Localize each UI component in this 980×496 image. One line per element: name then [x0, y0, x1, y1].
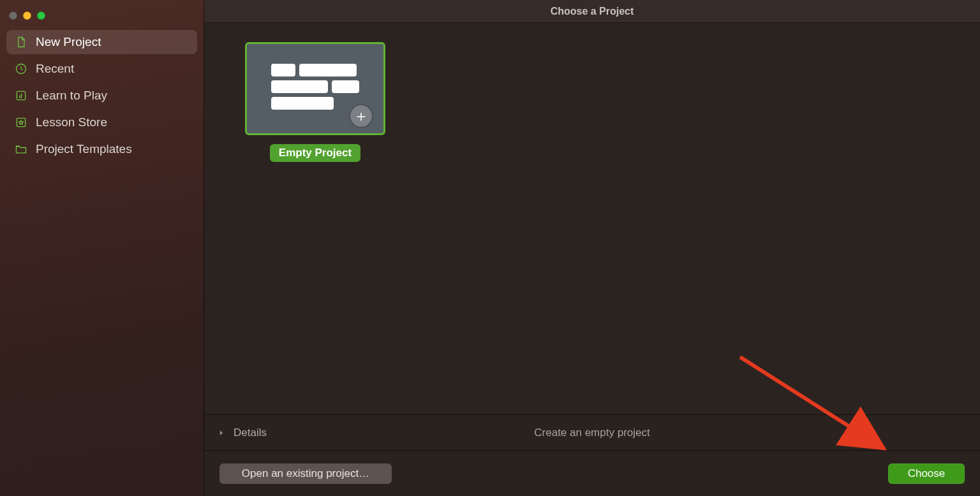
template-thumbnail: ＋ [245, 42, 385, 135]
sidebar-item-project-templates[interactable]: Project Templates [6, 137, 197, 161]
chevron-right-icon [217, 428, 226, 437]
details-strip: Details Create an empty project [204, 414, 980, 450]
plus-icon: ＋ [350, 105, 372, 127]
sidebar-item-new-project[interactable]: New Project [6, 30, 197, 54]
svg-rect-1 [17, 91, 25, 99]
minimize-window-button[interactable] [23, 11, 31, 20]
footer: Open an existing project… Choose [204, 450, 980, 496]
window-title: Choose a Project [551, 6, 634, 17]
sidebar-item-label: Project Templates [36, 142, 132, 156]
sidebar-item-label: Learn to Play [36, 89, 107, 103]
details-header: Details [234, 427, 267, 439]
folder-icon [14, 142, 28, 156]
details-toggle[interactable]: Details [217, 427, 267, 439]
maximize-window-button[interactable] [37, 11, 45, 20]
sidebar-item-lesson-store[interactable]: Lesson Store [6, 110, 197, 135]
main-panel: Choose a Project ＋ Empty Project Details… [204, 0, 980, 496]
template-label: Empty Project [270, 144, 360, 162]
sidebar-item-label: Recent [36, 62, 74, 76]
clock-icon [14, 62, 28, 76]
window-title-bar: Choose a Project [204, 0, 980, 23]
template-card-empty-project[interactable]: ＋ Empty Project [245, 42, 385, 162]
sidebar-item-label: New Project [36, 35, 101, 49]
star-box-icon [14, 115, 28, 129]
choose-button[interactable]: Choose [888, 463, 965, 484]
details-description: Create an empty project [534, 427, 650, 439]
music-note-icon [14, 89, 28, 103]
sidebar-item-recent[interactable]: Recent [6, 57, 197, 81]
sidebar-item-label: Lesson Store [36, 115, 107, 129]
document-icon [14, 35, 28, 49]
open-existing-project-button[interactable]: Open an existing project… [219, 463, 392, 484]
template-thumbnail-art [271, 64, 359, 113]
sidebar-list: New Project Recent Learn to Play [0, 30, 204, 161]
close-window-button[interactable] [9, 11, 17, 20]
sidebar: New Project Recent Learn to Play [0, 0, 204, 496]
sidebar-item-learn-to-play[interactable]: Learn to Play [6, 84, 197, 108]
window-controls [0, 6, 204, 30]
template-gallery: ＋ Empty Project [204, 23, 980, 414]
